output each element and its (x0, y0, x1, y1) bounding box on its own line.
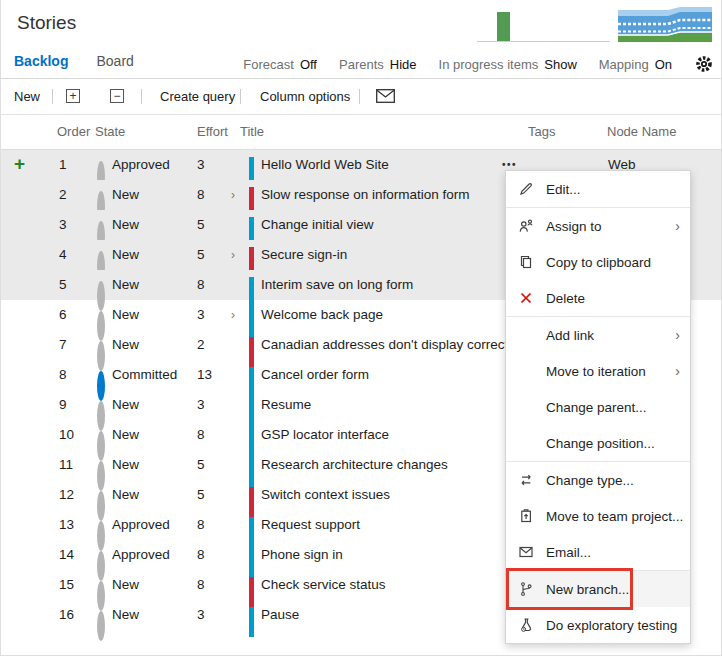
order-cell: 15 (59, 570, 74, 600)
assign-person-icon (518, 218, 536, 234)
order-cell: 3 (59, 210, 67, 240)
order-cell: 12 (59, 480, 74, 510)
expand-all-icon[interactable]: + (66, 89, 80, 103)
velocity-bar (497, 12, 510, 41)
column-header-title[interactable]: Title (240, 124, 264, 139)
title-cell[interactable]: Resume (261, 390, 311, 420)
mapping-toggle[interactable]: MappingOn (599, 57, 672, 72)
title-cell[interactable]: Welcome back page (261, 300, 383, 330)
settings-gear-icon[interactable] (694, 54, 714, 74)
cumulative-flow-chart-thumbnail[interactable] (618, 6, 712, 42)
state-cell: New (112, 180, 139, 210)
add-item-icon[interactable]: + (14, 150, 25, 180)
parents-toggle[interactable]: ParentsHide (339, 57, 417, 72)
state-cell: New (112, 330, 139, 360)
menu-item-assign-to[interactable]: Assign to › (506, 208, 690, 244)
title-cell[interactable]: Request support (261, 510, 360, 540)
title-cell[interactable]: Switch context issues (261, 480, 390, 510)
column-options-button[interactable]: Column options (260, 79, 350, 114)
state-cell: Approved (112, 540, 170, 570)
collapse-all-icon[interactable]: − (110, 89, 124, 103)
expand-chevron-icon[interactable]: › (231, 240, 235, 270)
in-progress-items-toggle[interactable]: In progress itemsShow (439, 57, 577, 72)
column-header-node-name[interactable]: Node Name (607, 124, 676, 139)
state-cell: New (112, 300, 139, 330)
menu-item-copy-to-clipboard[interactable]: Copy to clipboard (506, 244, 690, 280)
order-cell: 11 (59, 450, 73, 480)
menu-item-new-branch[interactable]: New branch... (506, 571, 690, 607)
order-cell: 10 (59, 420, 74, 450)
order-cell: 7 (59, 330, 67, 360)
column-header-state[interactable]: State (95, 124, 125, 139)
expand-chevron-icon[interactable]: › (231, 180, 235, 210)
state-dot-icon (97, 611, 105, 641)
move-project-clipboard-icon (518, 508, 536, 524)
menu-item-delete[interactable]: Delete (506, 280, 690, 316)
title-cell[interactable]: GSP locator interface (261, 420, 389, 450)
forecast-toggle[interactable]: ForecastOff (243, 57, 317, 72)
menu-item-move-to-iteration[interactable]: Move to iteration › (506, 353, 690, 389)
tab-backlog[interactable]: Backlog (14, 53, 68, 69)
work-item-type-bar (249, 607, 254, 637)
title-cell[interactable]: Interim save on long form (261, 270, 413, 300)
state-cell: Committed (112, 360, 177, 390)
create-query-button[interactable]: Create query (160, 79, 235, 114)
title-cell[interactable]: Pause (261, 600, 299, 630)
menu-item-change-position[interactable]: Change position... (506, 425, 690, 461)
title-cell[interactable]: Slow response on information form (261, 180, 470, 210)
title-cell[interactable]: Change initial view (261, 210, 374, 240)
cumulative-flow-chart (618, 6, 712, 42)
effort-cell: 8 (197, 270, 205, 300)
order-cell: 6 (59, 300, 67, 330)
column-header-order[interactable]: Order (57, 124, 90, 139)
page-title: Stories (17, 12, 76, 34)
change-type-arrows-icon (518, 472, 536, 488)
new-button[interactable]: New (14, 79, 40, 114)
column-header-tags[interactable]: Tags (528, 124, 555, 139)
order-cell: 13 (59, 510, 74, 540)
expand-chevron-icon[interactable]: › (231, 300, 235, 330)
effort-cell: 5 (197, 480, 205, 510)
column-header-effort[interactable]: Effort (197, 124, 228, 139)
effort-cell: 5 (197, 450, 205, 480)
effort-cell: 2 (197, 330, 205, 360)
title-cell[interactable]: Cancel order form (261, 360, 369, 390)
tab-board[interactable]: Board (96, 53, 133, 69)
effort-cell: 3 (197, 600, 205, 630)
state-cell: New (112, 270, 139, 300)
menu-item-change-type[interactable]: Change type... (506, 462, 690, 498)
effort-cell: 3 (197, 390, 205, 420)
title-cell[interactable]: Check service status (261, 570, 386, 600)
menu-item-change-parent[interactable]: Change parent... (506, 389, 690, 425)
command-toolbar: New + − Create query Column options (0, 79, 722, 114)
effort-cell: 5 (197, 240, 205, 270)
state-cell: Approved (112, 150, 170, 180)
git-branch-icon (518, 581, 536, 597)
backlog-page: Stories Backlog Board ForecastOff Parent… (0, 0, 722, 656)
title-cell[interactable]: Secure sign-in (261, 240, 347, 270)
effort-cell: 5 (197, 210, 205, 240)
title-cell[interactable]: Research architecture changes (261, 450, 448, 480)
title-cell[interactable]: Phone sign in (261, 540, 343, 570)
menu-item-do-exploratory-testing[interactable]: Do exploratory testing (506, 607, 690, 643)
title-cell[interactable]: Canadian addresses don't display correct… (261, 330, 518, 360)
velocity-chart-thumbnail[interactable] (477, 3, 610, 42)
order-cell: 1 (59, 150, 67, 180)
effort-cell: 8 (197, 510, 205, 540)
order-cell: 9 (59, 390, 67, 420)
email-envelope-icon (518, 544, 536, 560)
menu-item-move-to-team-project[interactable]: Move to team project... (506, 498, 690, 534)
effort-cell: 8 (197, 420, 205, 450)
state-cell: New (112, 480, 139, 510)
effort-cell: 13 (197, 360, 212, 390)
menu-item-email[interactable]: Email... (506, 534, 690, 570)
title-cell[interactable]: Hello World Web Site (261, 150, 389, 180)
effort-cell: 3 (197, 150, 205, 180)
menu-item-edit[interactable]: Edit... (506, 171, 690, 207)
order-cell: 14 (59, 540, 74, 570)
state-cell: New (112, 240, 139, 270)
menu-item-add-link[interactable]: Add link › (506, 317, 690, 353)
order-cell: 5 (59, 270, 67, 300)
email-toolbar-icon[interactable] (376, 89, 395, 103)
view-controls: ForecastOff ParentsHide In progress item… (243, 54, 714, 74)
